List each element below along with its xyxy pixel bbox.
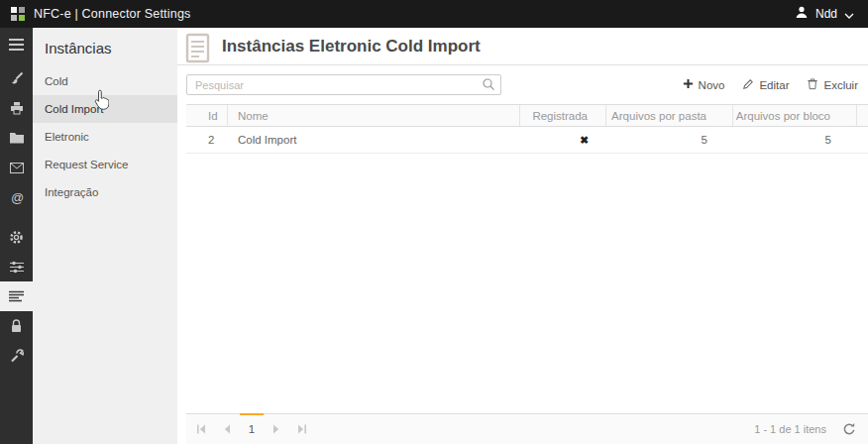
rail-item-settings[interactable] xyxy=(0,222,33,252)
data-grid: Id Nome Registrada Arquivos por pasta Ar… xyxy=(186,104,868,444)
sidebar-item-eletronic[interactable]: Eletronic xyxy=(33,123,177,151)
rail-item-menu[interactable] xyxy=(0,30,33,59)
new-button[interactable]: Novo xyxy=(683,78,725,91)
svg-text:@: @ xyxy=(11,190,24,204)
sidebar-item-request-service[interactable]: Request Service xyxy=(33,151,177,178)
rail-item-printers[interactable] xyxy=(0,93,33,123)
cell-registrada-x-icon: ✖ xyxy=(520,127,606,153)
grid-header-row: Id Nome Registrada Arquivos por pasta Ar… xyxy=(186,104,868,127)
refresh-icon[interactable] xyxy=(842,422,856,436)
pencil-icon xyxy=(742,78,754,92)
gear-icon xyxy=(9,230,24,245)
cell-arquivos-por-bloco: 5 xyxy=(733,127,857,153)
rail-item-tools[interactable] xyxy=(0,341,33,371)
pager-page-current[interactable]: 1 xyxy=(240,413,264,444)
user-menu[interactable]: Ndd xyxy=(795,5,858,23)
delete-button[interactable]: Excluir xyxy=(807,77,858,92)
cell-spacer xyxy=(857,127,868,153)
paintbrush-icon xyxy=(10,71,24,85)
sidebar-title: Instâncias xyxy=(33,28,177,67)
column-header-arquivos-por-bloco[interactable]: Arquivos por bloco xyxy=(733,105,857,126)
grid-toolbar: Novo Editar Excl xyxy=(177,65,868,104)
mail-icon xyxy=(10,163,24,173)
column-header-spacer xyxy=(857,105,868,126)
toolbar-actions: Novo Editar Excl xyxy=(683,77,858,92)
icon-rail: @ xyxy=(0,28,33,444)
page-header: Instâncias Eletronic Cold Import xyxy=(177,28,868,65)
wrench-icon xyxy=(10,349,24,363)
pager-prev-button[interactable] xyxy=(214,414,240,444)
pager-info: 1 - 1 de 1 itens xyxy=(754,423,826,435)
sidebar-item-integracao[interactable]: Integração xyxy=(33,178,177,206)
user-name: Ndd xyxy=(815,7,837,21)
column-header-arquivos-por-pasta[interactable]: Arquivos por pasta xyxy=(606,105,733,126)
menu-icon xyxy=(9,39,24,51)
folder-icon xyxy=(10,132,24,144)
cell-id: 2 xyxy=(186,127,228,153)
document-icon xyxy=(179,33,215,64)
app-title: NFC-e | Connector Settings xyxy=(34,7,191,21)
page-title: Instâncias Eletronic Cold Import xyxy=(222,37,481,56)
sidebar: Instâncias Cold Cold Import Eletronic Re… xyxy=(33,28,177,444)
pager: 1 1 - 1 de 1 itens xyxy=(186,413,868,444)
printer-icon xyxy=(10,101,24,115)
trash-icon xyxy=(807,77,818,92)
chevron-down-icon xyxy=(844,5,854,23)
sidebar-item-cold-import[interactable]: Cold Import xyxy=(33,95,177,123)
sidebar-item-cold[interactable]: Cold xyxy=(33,67,177,95)
column-header-registrada[interactable]: Registrada xyxy=(520,105,606,126)
search-icon[interactable] xyxy=(482,77,495,95)
pager-first-button[interactable] xyxy=(188,414,214,444)
edit-button[interactable]: Editar xyxy=(742,78,789,92)
pager-right: 1 - 1 de 1 itens xyxy=(754,422,860,436)
rail-item-mail[interactable] xyxy=(0,153,33,182)
column-header-nome[interactable]: Nome xyxy=(228,105,520,126)
rail-item-preferences[interactable] xyxy=(0,252,33,281)
table-row[interactable]: 2 Cold Import ✖ 5 5 xyxy=(186,127,868,154)
grid-empty-area xyxy=(186,154,868,413)
instances-list-icon xyxy=(9,290,24,303)
user-icon xyxy=(795,5,809,23)
rail-item-instances[interactable] xyxy=(0,281,33,311)
column-header-id[interactable]: Id xyxy=(186,105,228,126)
rail-item-security[interactable] xyxy=(0,311,33,341)
pager-next-button[interactable] xyxy=(264,414,289,444)
delete-button-label: Excluir xyxy=(823,79,858,91)
edit-button-label: Editar xyxy=(759,79,789,91)
plus-icon xyxy=(683,78,694,91)
sliders-icon xyxy=(10,261,24,274)
rail-item-themes[interactable] xyxy=(0,63,33,93)
cell-nome: Cold Import xyxy=(228,127,520,153)
rail-item-files[interactable] xyxy=(0,123,33,153)
cell-arquivos-por-pasta: 5 xyxy=(606,127,733,153)
lock-icon xyxy=(10,319,23,333)
new-button-label: Novo xyxy=(699,79,725,91)
search-input[interactable] xyxy=(186,74,501,95)
topbar: NFC-e | Connector Settings Ndd xyxy=(0,0,868,28)
rail-item-smtp[interactable]: @ xyxy=(0,182,33,212)
pager-last-button[interactable] xyxy=(289,414,315,444)
main-panel: Instâncias Eletronic Cold Import Novo xyxy=(177,28,868,444)
app-logo-icon xyxy=(10,6,26,22)
search-box xyxy=(186,74,501,95)
at-sign-icon: @ xyxy=(10,190,24,204)
